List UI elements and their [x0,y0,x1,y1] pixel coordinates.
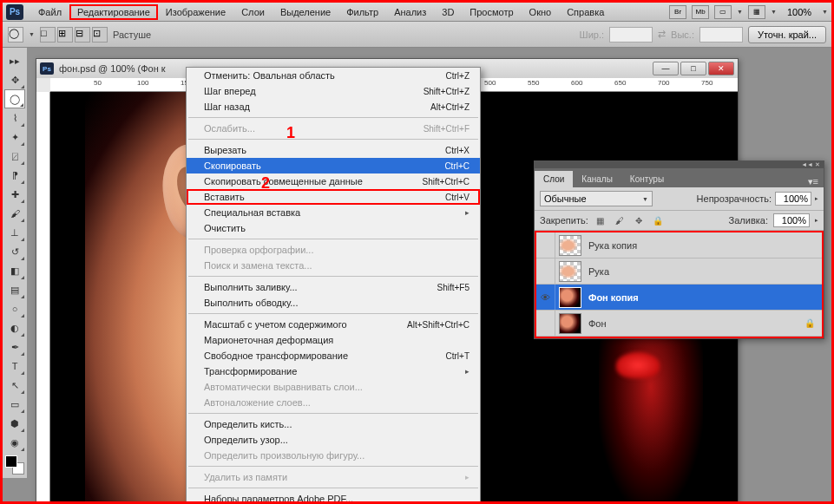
visibility-icon[interactable] [536,232,555,258]
layer-row[interactable]: Фон🔒 [536,311,822,337]
chevron-icon[interactable]: ▸ [815,217,818,224]
chevron-down-icon: ▼ [29,31,35,37]
menu-edit[interactable]: Редактирование [69,4,158,20]
move-tool[interactable]: ✥ [4,70,25,89]
visibility-icon[interactable]: 👁 [536,285,555,310]
height-input[interactable] [699,27,743,43]
fill-input[interactable] [773,213,810,227]
lock-trans-icon[interactable]: ▦ [594,213,607,227]
menu-image[interactable]: Изображение [158,4,233,20]
heal-tool[interactable]: ✚ [4,185,25,204]
menu-item[interactable]: Шаг впередShift+Ctrl+Z [187,83,480,99]
lasso-tool[interactable]: ⌇ [4,108,25,128]
tab-layers[interactable]: Слои [535,171,573,187]
refine-edge-button[interactable]: Уточн. край... [748,26,826,43]
lock-all-icon[interactable]: 🔒 [651,213,665,227]
screen-mode-icon[interactable]: ▭ [714,5,732,19]
3d-tool[interactable]: ⬢ [4,414,25,433]
menu-layers[interactable]: Слои [233,4,273,20]
tool-preset-icon[interactable]: ◯ [8,27,23,43]
menu-item[interactable]: Специальная вставка [187,205,480,220]
menu-item[interactable]: Шаг назадAlt+Ctrl+Z [187,99,480,115]
layer-name[interactable]: Рука копия [585,240,637,251]
visibility-icon[interactable] [536,259,555,284]
type-tool[interactable]: T [4,357,25,376]
maximize-button[interactable]: □ [680,62,706,75]
menu-window[interactable]: Окно [522,4,560,20]
menu-item[interactable]: Марионеточная деформация [187,332,480,348]
menu-item[interactable]: Выполнить заливку...Shift+F5 [187,279,480,295]
shape-tool[interactable]: ▭ [4,395,25,414]
tab-channels[interactable]: Каналы [573,171,621,187]
wand-tool[interactable]: ✦ [4,128,25,147]
sel-int-icon[interactable]: ⊡ [92,27,108,43]
blend-mode-select[interactable]: Обычные▼ [540,191,653,206]
sel-sub-icon[interactable]: ⊟ [75,27,90,43]
callout-2: 2 [261,174,270,193]
menu-item[interactable]: Определить узор... [187,432,480,448]
toolbox-grip-icon[interactable]: ▸▸ [4,51,25,70]
menu-item[interactable]: ВставитьCtrl+V [187,189,480,205]
minibridge-icon[interactable]: Mb [692,5,709,19]
menu-file[interactable]: Файл [30,4,69,20]
path-tool[interactable]: ↖ [4,376,25,395]
menu-help[interactable]: Справка [559,4,612,20]
vertical-ruler[interactable] [36,92,50,504]
menu-item[interactable]: Наборы параметров Adobe PDF... [187,491,480,504]
dodge-tool[interactable]: ◐ [4,318,25,337]
menu-filter[interactable]: Фильтр [338,4,386,20]
menu-item[interactable]: Очистить [187,220,480,236]
eyedropper-tool[interactable]: ⁋ [4,166,25,185]
menu-item[interactable]: СкопироватьCtrl+C [187,158,480,173]
lock-pixels-icon[interactable]: 🖌 [613,213,627,227]
bridge-icon[interactable]: Br [669,5,686,19]
menu-select[interactable]: Выделение [273,4,338,20]
menu-item[interactable]: Масштаб с учетом содержимогоAlt+Shift+Ct… [187,317,480,332]
marquee-tool[interactable]: ◯ [4,89,25,108]
menu-item[interactable]: Определить кисть... [187,416,480,432]
3d-cam-tool[interactable]: ◉ [4,433,25,452]
eraser-tool[interactable]: ◧ [4,261,25,280]
tab-paths[interactable]: Контуры [621,171,673,187]
close-button[interactable]: ✕ [708,62,734,75]
sel-new-icon[interactable]: □ [40,27,56,43]
sel-add-icon[interactable]: ⊞ [57,27,73,43]
visibility-icon[interactable] [536,311,555,336]
history-brush-tool[interactable]: ↺ [4,242,25,261]
layer-row[interactable]: Рука копия [536,232,822,259]
stamp-tool[interactable]: ⊥ [4,223,25,242]
zoom-level[interactable]: 100% [782,5,817,19]
layer-thumbnail[interactable] [559,235,581,256]
layer-name[interactable]: Фон [585,318,607,329]
pen-tool[interactable]: ✒ [4,337,25,357]
menu-3d[interactable]: 3D [434,4,462,20]
menu-item[interactable]: Отменить: Овальная областьCtrl+Z [187,68,480,83]
brush-tool[interactable]: 🖌 [4,204,25,223]
layer-thumbnail[interactable] [559,261,581,282]
blur-tool[interactable]: ○ [4,299,25,318]
chevron-icon[interactable]: ▸ [815,195,818,202]
lock-pos-icon[interactable]: ✥ [632,213,646,227]
minimize-button[interactable]: — [653,62,679,75]
gradient-tool[interactable]: ▤ [4,280,25,299]
layer-row[interactable]: Рука [536,259,822,285]
panel-grip[interactable]: ◄◄ ✕ [535,161,824,168]
layer-row[interactable]: 👁Фон копия [536,285,822,311]
opacity-input[interactable] [775,192,811,206]
menu-item[interactable]: Выполнить обводку... [187,295,480,311]
layer-name[interactable]: Фон копия [585,292,639,303]
panel-menu-icon[interactable]: ▾≡ [803,176,824,187]
menu-item[interactable]: Трансформирование [187,363,480,379]
menu-item[interactable]: Скопировать совмещенные данныеShift+Ctrl… [187,173,480,189]
menu-view[interactable]: Просмотр [462,4,521,20]
width-input[interactable] [609,27,653,43]
menu-analysis[interactable]: Анализ [386,4,434,20]
layer-thumbnail[interactable] [559,287,581,308]
menu-item[interactable]: ВырезатьCtrl+X [187,142,480,158]
arrange-icon[interactable]: ▦ [748,5,765,19]
layer-name[interactable]: Рука [585,266,609,277]
menu-item[interactable]: Свободное трансформированиеCtrl+T [187,348,480,363]
crop-tool[interactable]: ⍁ [4,147,25,166]
color-swatches[interactable] [5,455,24,475]
layer-thumbnail[interactable] [559,313,581,334]
